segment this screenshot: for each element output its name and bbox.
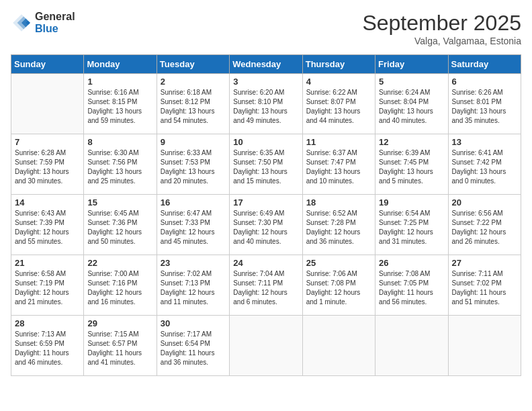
day-info: Sunrise: 7:02 AM Sunset: 7:13 PM Dayligh… [161, 269, 226, 307]
calendar-cell [375, 316, 448, 376]
calendar-week-row: 21Sunrise: 6:58 AM Sunset: 7:19 PM Dayli… [11, 255, 521, 316]
day-info: Sunrise: 6:16 AM Sunset: 8:15 PM Dayligh… [87, 88, 152, 126]
day-number: 16 [161, 197, 226, 208]
calendar-cell: 14Sunrise: 6:43 AM Sunset: 7:39 PM Dayli… [11, 195, 84, 255]
calendar-cell: 20Sunrise: 6:56 AM Sunset: 7:22 PM Dayli… [448, 195, 521, 255]
calendar-cell: 17Sunrise: 6:49 AM Sunset: 7:30 PM Dayli… [230, 195, 302, 255]
day-info: Sunrise: 7:00 AM Sunset: 7:16 PM Dayligh… [87, 269, 152, 307]
calendar-cell: 9Sunrise: 6:33 AM Sunset: 7:53 PM Daylig… [157, 134, 229, 195]
day-number: 5 [379, 77, 444, 87]
calendar-cell: 7Sunrise: 6:28 AM Sunset: 7:59 PM Daylig… [11, 134, 84, 195]
day-number: 15 [87, 197, 152, 208]
day-info: Sunrise: 6:20 AM Sunset: 8:10 PM Dayligh… [233, 88, 298, 126]
calendar-cell: 10Sunrise: 6:35 AM Sunset: 7:50 PM Dayli… [230, 134, 302, 195]
calendar-cell: 25Sunrise: 7:06 AM Sunset: 7:08 PM Dayli… [302, 255, 375, 316]
day-info: Sunrise: 7:06 AM Sunset: 7:08 PM Dayligh… [306, 269, 371, 307]
day-number: 21 [15, 258, 80, 268]
day-info: Sunrise: 7:17 AM Sunset: 6:54 PM Dayligh… [161, 330, 226, 367]
day-info: Sunrise: 6:37 AM Sunset: 7:47 PM Dayligh… [306, 148, 371, 186]
calendar-cell: 13Sunrise: 6:41 AM Sunset: 7:42 PM Dayli… [448, 134, 521, 195]
logo-general: General [35, 11, 75, 23]
logo-blue: Blue [35, 23, 75, 35]
day-info: Sunrise: 6:43 AM Sunset: 7:39 PM Dayligh… [15, 209, 80, 246]
calendar-cell [11, 74, 84, 134]
day-info: Sunrise: 7:13 AM Sunset: 6:59 PM Dayligh… [15, 330, 80, 367]
calendar-cell: 29Sunrise: 7:15 AM Sunset: 6:57 PM Dayli… [84, 316, 157, 376]
calendar-week-row: 1Sunrise: 6:16 AM Sunset: 8:15 PM Daylig… [11, 74, 521, 134]
calendar-cell: 19Sunrise: 6:54 AM Sunset: 7:25 PM Dayli… [375, 195, 448, 255]
day-number: 12 [379, 137, 444, 147]
page-header: General Blue September 2025 Valga, Valga… [11, 11, 521, 46]
day-info: Sunrise: 6:49 AM Sunset: 7:30 PM Dayligh… [233, 209, 298, 246]
day-info: Sunrise: 6:22 AM Sunset: 8:07 PM Dayligh… [306, 88, 371, 126]
calendar-cell: 1Sunrise: 6:16 AM Sunset: 8:15 PM Daylig… [84, 74, 157, 134]
day-info: Sunrise: 6:45 AM Sunset: 7:36 PM Dayligh… [87, 209, 152, 246]
calendar-cell: 22Sunrise: 7:00 AM Sunset: 7:16 PM Dayli… [84, 255, 157, 316]
day-number: 6 [452, 77, 517, 87]
location: Valga, Valgamaa, Estonia [362, 36, 521, 46]
day-info: Sunrise: 7:11 AM Sunset: 7:02 PM Dayligh… [452, 269, 517, 307]
weekday-header: Thursday [302, 55, 375, 74]
day-number: 17 [233, 197, 298, 208]
day-info: Sunrise: 7:04 AM Sunset: 7:11 PM Dayligh… [233, 269, 298, 307]
weekday-header: Tuesday [157, 55, 229, 74]
calendar-cell [302, 316, 375, 376]
weekday-header: Monday [84, 55, 157, 74]
day-info: Sunrise: 6:41 AM Sunset: 7:42 PM Dayligh… [452, 148, 517, 186]
day-info: Sunrise: 7:08 AM Sunset: 7:05 PM Dayligh… [379, 269, 444, 307]
day-number: 11 [306, 137, 371, 147]
day-number: 4 [306, 77, 371, 87]
calendar-cell: 26Sunrise: 7:08 AM Sunset: 7:05 PM Dayli… [375, 255, 448, 316]
calendar-cell: 24Sunrise: 7:04 AM Sunset: 7:11 PM Dayli… [230, 255, 302, 316]
day-number: 14 [15, 197, 80, 208]
day-info: Sunrise: 6:28 AM Sunset: 7:59 PM Dayligh… [15, 148, 80, 186]
day-number: 18 [306, 197, 371, 208]
day-info: Sunrise: 6:33 AM Sunset: 7:53 PM Dayligh… [161, 148, 226, 186]
day-number: 3 [233, 77, 298, 87]
day-number: 24 [233, 258, 298, 268]
calendar-cell: 11Sunrise: 6:37 AM Sunset: 7:47 PM Dayli… [302, 134, 375, 195]
day-number: 9 [161, 137, 226, 147]
day-info: Sunrise: 6:26 AM Sunset: 8:01 PM Dayligh… [452, 88, 517, 126]
day-info: Sunrise: 7:15 AM Sunset: 6:57 PM Dayligh… [87, 330, 152, 367]
day-info: Sunrise: 6:30 AM Sunset: 7:56 PM Dayligh… [87, 148, 152, 186]
day-info: Sunrise: 6:58 AM Sunset: 7:19 PM Dayligh… [15, 269, 80, 307]
calendar: SundayMondayTuesdayWednesdayThursdayFrid… [11, 54, 521, 376]
calendar-cell: 2Sunrise: 6:18 AM Sunset: 8:12 PM Daylig… [157, 74, 229, 134]
day-info: Sunrise: 6:39 AM Sunset: 7:45 PM Dayligh… [379, 148, 444, 186]
weekday-header-row: SundayMondayTuesdayWednesdayThursdayFrid… [11, 55, 521, 74]
calendar-cell: 27Sunrise: 7:11 AM Sunset: 7:02 PM Dayli… [448, 255, 521, 316]
calendar-cell: 23Sunrise: 7:02 AM Sunset: 7:13 PM Dayli… [157, 255, 229, 316]
day-info: Sunrise: 6:18 AM Sunset: 8:12 PM Dayligh… [161, 88, 226, 126]
day-number: 30 [161, 318, 226, 328]
day-info: Sunrise: 6:56 AM Sunset: 7:22 PM Dayligh… [452, 209, 517, 246]
day-info: Sunrise: 6:54 AM Sunset: 7:25 PM Dayligh… [379, 209, 444, 246]
calendar-week-row: 7Sunrise: 6:28 AM Sunset: 7:59 PM Daylig… [11, 134, 521, 195]
calendar-cell: 21Sunrise: 6:58 AM Sunset: 7:19 PM Dayli… [11, 255, 84, 316]
day-number: 27 [452, 258, 517, 268]
logo-text: General Blue [35, 11, 75, 34]
calendar-cell [230, 316, 302, 376]
calendar-cell: 4Sunrise: 6:22 AM Sunset: 8:07 PM Daylig… [302, 74, 375, 134]
calendar-week-row: 28Sunrise: 7:13 AM Sunset: 6:59 PM Dayli… [11, 316, 521, 376]
day-number: 20 [452, 197, 517, 208]
day-number: 10 [233, 137, 298, 147]
calendar-cell: 18Sunrise: 6:52 AM Sunset: 7:28 PM Dayli… [302, 195, 375, 255]
day-number: 2 [161, 77, 226, 87]
day-number: 29 [87, 318, 152, 328]
day-info: Sunrise: 6:47 AM Sunset: 7:33 PM Dayligh… [161, 209, 226, 246]
calendar-cell: 15Sunrise: 6:45 AM Sunset: 7:36 PM Dayli… [84, 195, 157, 255]
weekday-header: Saturday [448, 55, 521, 74]
day-number: 23 [161, 258, 226, 268]
calendar-cell: 3Sunrise: 6:20 AM Sunset: 8:10 PM Daylig… [230, 74, 302, 134]
day-number: 26 [379, 258, 444, 268]
calendar-week-row: 14Sunrise: 6:43 AM Sunset: 7:39 PM Dayli… [11, 195, 521, 255]
day-number: 25 [306, 258, 371, 268]
calendar-cell: 5Sunrise: 6:24 AM Sunset: 8:04 PM Daylig… [375, 74, 448, 134]
calendar-cell: 8Sunrise: 6:30 AM Sunset: 7:56 PM Daylig… [84, 134, 157, 195]
day-number: 28 [15, 318, 80, 328]
month-title: September 2025 [362, 11, 521, 36]
day-number: 22 [87, 258, 152, 268]
day-info: Sunrise: 6:52 AM Sunset: 7:28 PM Dayligh… [306, 209, 371, 246]
calendar-cell: 28Sunrise: 7:13 AM Sunset: 6:59 PM Dayli… [11, 316, 84, 376]
